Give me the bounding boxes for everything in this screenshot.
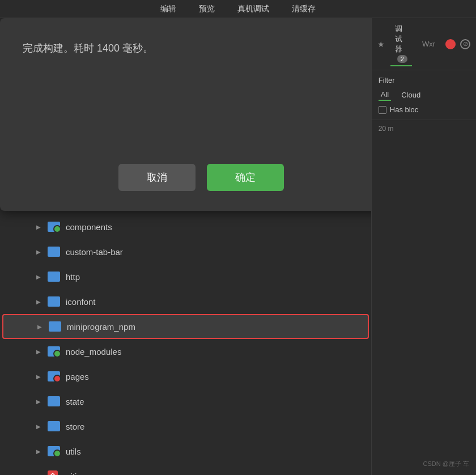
tree-item-label: components [66,222,112,232]
expand-arrow [34,247,43,256]
folder-icon-state [48,396,60,406]
tree-item-label: node_modules [66,347,121,357]
expand-arrow [34,422,43,431]
tree-item-miniprogram-npm[interactable]: miniprogram_npm [2,314,369,339]
expand-arrow [34,397,43,406]
expand-arrow [34,447,43,456]
tree-item-label: state [66,397,84,406]
tree-item-state[interactable]: state [0,389,371,414]
tree-item-node-modules[interactable]: node_modules [0,339,371,364]
debugger-badge: 2 [397,55,407,63]
tree-item-custom-tab-bar[interactable]: custom-tab-bar [0,239,371,264]
tree-item-label: store [66,422,84,431]
tree-item-pages[interactable]: pages [0,364,371,389]
tree-item-label: .gitignore [63,472,99,476]
has-block-checkbox[interactable] [379,106,386,114]
right-panel-header: ★ 调试器 2 Wxr ⊘ [372,18,476,70]
filter-label: Filter [379,76,469,84]
dialog-message: 完成构建。耗时 1400 毫秒。 [23,41,371,56]
stop-icon[interactable]: ⊘ [460,39,470,49]
star-icon[interactable]: ★ [377,40,385,49]
record-icon[interactable] [445,39,456,49]
expand-arrow [35,322,44,331]
expand-arrow [34,347,43,356]
git-icon [48,470,58,475]
tree-item-iconfont[interactable]: iconfont [0,289,371,314]
tree-item-http[interactable]: http [0,264,371,289]
tree-item-label: custom-tab-bar [66,247,123,257]
tree-item-label: iconfont [66,297,96,307]
menu-clear-cache[interactable]: 清缓存 [292,4,316,14]
folder-icon-iconfont [48,296,60,307]
tree-item-label: miniprogram_npm [67,322,135,332]
time-marker: 20 m [372,120,476,137]
build-complete-dialog: 完成构建。耗时 1400 毫秒。 取消 确定 [0,18,371,211]
tree-item-gitignore[interactable]: .gitignore [0,464,371,475]
folder-icon-components [48,222,60,232]
main-area: 完成构建。耗时 1400 毫秒。 取消 确定 components custom… [0,18,476,475]
file-tree-panel: 完成构建。耗时 1400 毫秒。 取消 确定 components custom… [0,18,371,475]
tree-item-components[interactable]: components [0,214,371,239]
attribution-text: CSDN @厘子 车 [423,460,469,468]
file-tree-items: components custom-tab-bar http iconfont [0,211,371,475]
tree-item-utils[interactable]: utils [0,439,371,464]
confirm-button[interactable]: 确定 [207,164,284,191]
filter-tabs: All Cloud [379,89,469,101]
filter-tab-all[interactable]: All [379,89,391,101]
folder-icon-miniprogram-npm [49,321,61,332]
filter-tab-cloud[interactable]: Cloud [399,90,423,100]
right-panel: ★ 调试器 2 Wxr ⊘ Filter All Cloud Has bloc [371,18,476,475]
right-icons: ⊘ [445,39,470,49]
menu-edit[interactable]: 编辑 [160,4,176,14]
top-menu-bar: 编辑 预览 真机调试 清缓存 [0,0,476,18]
menu-device-debug[interactable]: 真机调试 [237,4,269,14]
debugger-tab[interactable]: 调试器 2 [390,22,412,66]
has-block-row: Has bloc [379,105,469,114]
cancel-button[interactable]: 取消 [118,164,196,191]
has-block-label: Has bloc [390,105,419,114]
folder-icon-node-modules [48,346,60,357]
folder-icon-custom-tab-bar [48,247,60,257]
folder-icon-utils [48,446,60,456]
folder-icon-store [48,421,60,431]
no-arrow [34,472,43,475]
expand-arrow [34,272,43,281]
tree-item-label: http [66,272,80,282]
wxr-tab[interactable]: Wxr [418,37,440,50]
expand-arrow [34,297,43,306]
dialog-buttons: 取消 确定 [23,164,371,191]
expand-arrow [34,372,43,381]
filter-section: Filter All Cloud Has bloc [372,70,476,120]
expand-arrow [34,222,43,231]
right-panel-content: 20 m [372,120,476,475]
folder-icon-http [48,272,60,282]
folder-icon-pages [48,371,60,381]
tree-item-label: utils [66,447,81,456]
menu-preview[interactable]: 预览 [199,4,215,14]
tree-item-label: pages [66,372,89,381]
tree-item-store[interactable]: store [0,414,371,439]
